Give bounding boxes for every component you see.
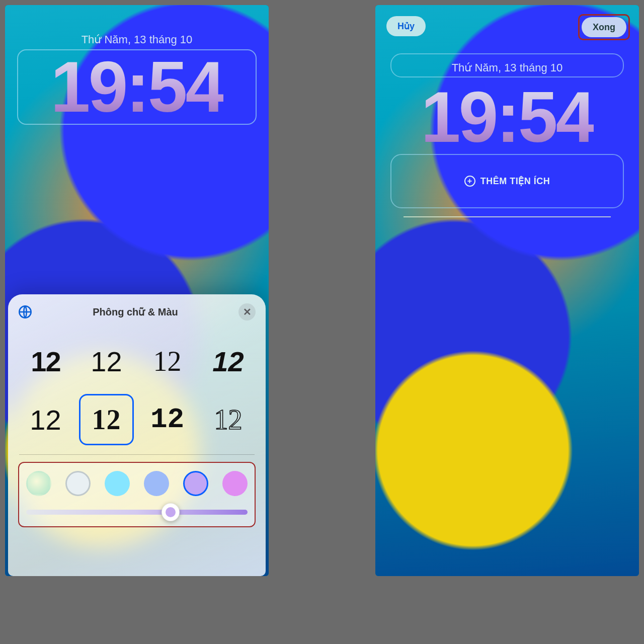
done-button[interactable]: Xong (582, 17, 626, 37)
color-swatch-4[interactable] (144, 471, 169, 496)
slider-thumb[interactable] (162, 503, 180, 521)
add-widget-box[interactable]: + THÊM TIỆN ÍCH (390, 154, 624, 208)
color-swatches (24, 469, 250, 506)
done-highlight: Xong (578, 14, 630, 40)
color-swatch-5-selected[interactable] (183, 471, 208, 496)
slider-track (26, 510, 248, 515)
lockscreen-editor-left: Thứ Năm, 13 tháng 10 19:54 Phông chữ & M… (5, 5, 269, 576)
globe-icon[interactable] (18, 305, 32, 319)
lockscreen-date: Thứ Năm, 13 tháng 10 (375, 61, 639, 74)
close-icon[interactable]: ✕ (238, 303, 256, 320)
font-option-4[interactable]: 12 (201, 336, 256, 387)
font-option-5[interactable]: 12 (18, 394, 73, 445)
lockscreen-time: 19:54 (421, 82, 593, 153)
sheet-header: Phông chữ & Màu ✕ (15, 303, 259, 320)
lockscreen-editor-right: Hủy Xong Thứ Năm, 13 tháng 10 19:54 + TH… (375, 5, 639, 576)
cancel-button[interactable]: Hủy (386, 16, 426, 36)
color-swatch-2[interactable] (65, 471, 91, 496)
font-color-sheet: Phông chữ & Màu ✕ 12 12 12 12 12 12 12 1… (8, 294, 266, 576)
lockscreen-date: Thứ Năm, 13 tháng 10 (5, 33, 269, 46)
tint-slider[interactable] (24, 506, 250, 518)
sheet-title: Phông chữ & Màu (32, 306, 238, 318)
font-option-6-selected[interactable]: 12 (79, 394, 134, 445)
time-widget-outline[interactable]: 19:54 (17, 49, 257, 125)
color-swatch-6[interactable] (222, 471, 248, 496)
font-grid: 12 12 12 12 12 12 12 12 (15, 336, 259, 445)
widget-underline (404, 216, 611, 217)
add-widget-label: THÊM TIỆN ÍCH (480, 176, 550, 187)
font-option-2[interactable]: 12 (79, 336, 134, 387)
font-option-1[interactable]: 12 (18, 336, 73, 387)
font-option-7[interactable]: 12 (140, 394, 195, 445)
font-option-3[interactable]: 12 (140, 336, 195, 387)
color-picker-highlight (18, 462, 256, 527)
divider (19, 454, 255, 455)
lockscreen-time: 19:54 (50, 51, 223, 123)
color-swatch-1[interactable] (26, 471, 51, 496)
time-widget[interactable]: 19:54 (387, 79, 627, 155)
color-swatch-3[interactable] (105, 471, 130, 496)
font-option-8[interactable]: 12 (201, 394, 256, 445)
plus-icon: + (464, 176, 475, 187)
